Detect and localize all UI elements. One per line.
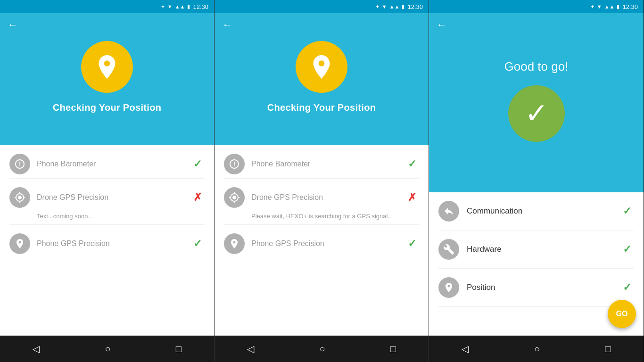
barometer-status-2: ✓	[405, 158, 419, 170]
gps-icon-circle-1	[9, 187, 30, 208]
panel3-list: Communication ✓ Hardware ✓ Position ✓	[429, 192, 644, 336]
check-item-communication: Communication ✓	[438, 192, 634, 230]
status-bar-1: ✦ ▼ ▲▲ ▮ 12:30	[0, 0, 214, 13]
nav-recent-3[interactable]: □	[605, 344, 611, 354]
check-item-barometer-1: Phone Barometer ✓	[9, 145, 205, 179]
status-time-1: 12:30	[193, 3, 208, 10]
phone-panel-1: ✦ ▼ ▲▲ ▮ 12:30 ← Checking Your Position …	[0, 0, 215, 362]
check-item-phonegps-2: Phone GPS Precision ✓	[224, 225, 419, 258]
gps-subtext-2: Please wait, HEXO+ is searching for a GP…	[224, 212, 393, 224]
phone-panel-3: ✦ ▼ ▲▲ ▮ 12:30 ← Good to go! ✓ Communica…	[429, 0, 644, 362]
location-icon-2	[296, 41, 347, 93]
check-item-phonegps-1: Phone GPS Precision ✓	[9, 225, 205, 258]
bluetooth-icon: ✦	[161, 4, 165, 10]
nav-recent-1[interactable]: □	[176, 344, 182, 354]
back-button-2[interactable]: ←	[222, 19, 232, 31]
phonegps-status-1: ✓	[190, 238, 205, 250]
checking-text-1: Checking Your Position	[53, 102, 161, 113]
communication-label: Communication	[467, 206, 620, 216]
success-checkmark: ✓	[525, 99, 548, 128]
barometer-icon-circle-2	[224, 154, 245, 174]
check-item-position: Position ✓	[438, 269, 634, 307]
check-item-hardware: Hardware ✓	[438, 230, 634, 269]
gps-status-2: ✗	[405, 191, 419, 204]
nav-home-1[interactable]: ○	[105, 344, 110, 354]
barometer-status-1: ✓	[190, 158, 205, 170]
gps-label-2: Drone GPS Precision	[251, 193, 405, 202]
hardware-status: ✓	[620, 243, 634, 255]
position-icon-circle	[438, 277, 459, 298]
hardware-label: Hardware	[467, 245, 620, 254]
status-icons-1: ✦ ▼ ▲▲ ▮	[161, 4, 190, 10]
gps-icon-circle-2	[224, 187, 245, 208]
back-button-1[interactable]: ←	[8, 19, 18, 31]
top-area-3: ← Good to go! ✓	[429, 13, 644, 192]
success-circle: ✓	[508, 85, 565, 142]
status-icons-3: ✦ ▼ ▲▲ ▮	[590, 4, 620, 10]
check-list-2: Phone Barometer ✓ Drone GPS Precision ✗ …	[215, 145, 429, 336]
good-to-go-text: Good to go!	[504, 59, 569, 74]
back-button-3[interactable]: ←	[437, 19, 447, 31]
phonegps-icon-circle-1	[9, 233, 30, 254]
position-status: ✓	[620, 281, 634, 294]
check-item-barometer-2: Phone Barometer ✓	[224, 145, 419, 179]
check-item-gps-2: Drone GPS Precision ✗ Please wait, HEXO+…	[224, 179, 419, 225]
check-item-gps-1: Drone GPS Precision ✗ Text...coming soon…	[9, 179, 205, 225]
top-area-1: ← Checking Your Position	[0, 13, 214, 145]
nav-back-2[interactable]: ◁	[247, 343, 254, 354]
nav-recent-2[interactable]: □	[390, 344, 396, 354]
battery-icon-2: ▮	[402, 4, 405, 10]
barometer-label-1: Phone Barometer	[37, 160, 190, 168]
bluetooth-icon-2: ✦	[375, 4, 380, 10]
signal-icon-3: ▲▲	[604, 4, 615, 9]
bluetooth-icon-3: ✦	[590, 4, 594, 10]
phonegps-status-2: ✓	[405, 238, 419, 250]
status-icons-2: ✦ ▼ ▲▲ ▮	[375, 4, 405, 10]
nav-bar-3: ◁ ○ □	[429, 336, 644, 362]
nav-home-2[interactable]: ○	[319, 344, 325, 354]
barometer-icon-circle-1	[9, 154, 30, 174]
gps-status-1: ✗	[190, 191, 205, 204]
top-area-2: ← Checking Your Position	[215, 13, 429, 145]
position-label: Position	[467, 283, 620, 292]
status-time-3: 12:30	[622, 3, 638, 10]
gps-subtext-1: Text...coming soon...	[9, 212, 93, 224]
checking-text-2: Checking Your Position	[267, 102, 376, 113]
communication-status: ✓	[620, 205, 634, 217]
location-icon-1	[81, 41, 133, 93]
nav-home-3[interactable]: ○	[534, 344, 540, 354]
hardware-icon-circle	[438, 239, 459, 260]
status-time-2: 12:30	[407, 3, 423, 10]
nav-back-3[interactable]: ◁	[462, 343, 469, 354]
phonegps-icon-circle-2	[224, 233, 245, 254]
signal-icon-2: ▲▲	[389, 4, 400, 9]
communication-icon-circle	[438, 201, 459, 222]
wifi-icon-2: ▼	[382, 4, 387, 9]
phone-panel-2: ✦ ▼ ▲▲ ▮ 12:30 ← Checking Your Position …	[215, 0, 429, 362]
go-button[interactable]: GO	[608, 300, 636, 328]
barometer-label-2: Phone Barometer	[251, 160, 405, 168]
check-list-1: Phone Barometer ✓ Drone GPS Precision ✗ …	[0, 145, 214, 336]
wifi-icon-3: ▼	[597, 4, 602, 9]
battery-icon: ▮	[187, 4, 190, 10]
gps-label-1: Drone GPS Precision	[37, 193, 190, 202]
nav-back-1[interactable]: ◁	[33, 343, 40, 354]
status-bar-3: ✦ ▼ ▲▲ ▮ 12:30	[429, 0, 644, 13]
status-bar-2: ✦ ▼ ▲▲ ▮ 12:30	[215, 0, 429, 13]
phonegps-label-2: Phone GPS Precision	[251, 239, 405, 248]
signal-icon: ▲▲	[175, 4, 185, 9]
nav-bar-2: ◁ ○ □	[215, 336, 429, 362]
battery-icon-3: ▮	[617, 4, 619, 10]
nav-bar-1: ◁ ○ □	[0, 336, 214, 362]
phonegps-label-1: Phone GPS Precision	[37, 239, 190, 248]
wifi-icon: ▼	[167, 4, 173, 9]
